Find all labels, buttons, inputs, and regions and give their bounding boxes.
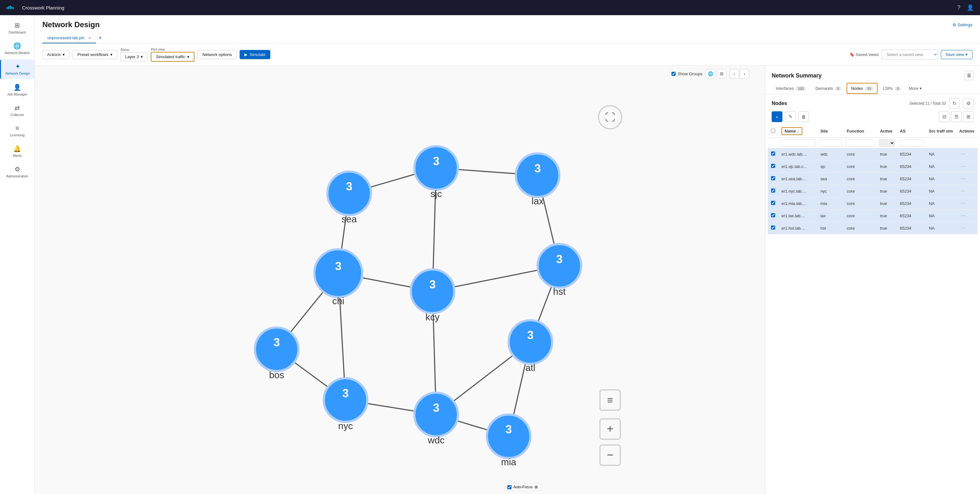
filter-active-select[interactable]: true false	[879, 139, 895, 147]
expand-icon[interactable]: ⊞	[535, 485, 538, 489]
layout-icon-button[interactable]: ⊞	[717, 69, 727, 78]
node-wdc[interactable]	[414, 393, 458, 437]
node-atl[interactable]	[509, 320, 552, 364]
node-nyc[interactable]	[324, 378, 368, 422]
nav-next-button[interactable]: ›	[740, 69, 749, 78]
select-all-checkbox[interactable]	[771, 129, 775, 133]
row-checkbox[interactable]	[771, 176, 775, 180]
more-button[interactable]: More ▾	[906, 83, 924, 93]
row-src-traff-sim: NA	[926, 198, 956, 210]
svg-text:nyc: nyc	[338, 421, 353, 431]
main-layout: ⊞ Dashboard 🌐 Network Models ✦ Network D…	[0, 15, 980, 494]
col-site[interactable]: Site	[817, 124, 843, 138]
row-function: core	[844, 222, 877, 234]
tab-unprocessed-lab[interactable]: unprocessed-lab.pln ✕	[42, 33, 96, 43]
col-active[interactable]: Active	[877, 124, 897, 138]
grid-view-button[interactable]: ⊞	[963, 112, 974, 122]
row-checkbox[interactable]	[771, 164, 775, 168]
sidebar-item-administration[interactable]: ⚙ Administration	[0, 162, 35, 182]
col-as[interactable]: AS	[897, 124, 926, 138]
add-node-button[interactable]: +	[772, 112, 783, 122]
auto-focus-checkbox[interactable]	[508, 485, 512, 489]
filter-function-input[interactable]	[846, 139, 875, 147]
job-manager-icon: 👤	[13, 83, 21, 91]
simulated-traffic-button[interactable]: Simulated traffic ▾	[151, 52, 194, 62]
save-view-button[interactable]: Save view ▾	[941, 50, 972, 59]
row-checkbox[interactable]	[771, 201, 775, 205]
row-checkbox[interactable]	[771, 188, 775, 193]
show-groups-checkbox-area[interactable]: Show Groups	[671, 72, 702, 76]
user-icon[interactable]: 👤	[967, 4, 974, 11]
actions-button[interactable]: Actions ▾	[42, 50, 70, 59]
col-function[interactable]: Function	[844, 124, 877, 138]
row-site: wdc	[817, 148, 843, 160]
simulate-button[interactable]: ▶ Simulate	[240, 50, 270, 59]
row-actions-button[interactable]: ···	[959, 188, 967, 194]
sidebar-item-network-design[interactable]: ✦ Network Design	[0, 59, 35, 79]
sidebar-item-collector[interactable]: ⇄ Collector	[0, 101, 35, 120]
tab-close-icon[interactable]: ✕	[88, 36, 91, 40]
panel-expand-button[interactable]: ☰	[964, 71, 974, 80]
edit-node-button[interactable]: ✎	[785, 112, 796, 122]
summary-tab-demands[interactable]: Demands 0	[811, 83, 845, 94]
sidebar-item-alerts[interactable]: 🔔 Alerts	[0, 142, 35, 161]
sidebar-item-network-models[interactable]: 🌐 Network Models	[0, 39, 35, 58]
col-src-traff-sim[interactable]: Src traff sim	[926, 124, 956, 138]
summary-tab-nodes[interactable]: Nodes 33	[846, 83, 878, 94]
network-options-button[interactable]: Network options	[197, 50, 237, 59]
sidebar-item-job-manager[interactable]: 👤 Job Manager	[0, 80, 35, 100]
sidebar-item-licensing[interactable]: ≡ Licensing	[0, 121, 35, 140]
saved-views-select[interactable]: Select a saved view	[881, 49, 938, 59]
settings-columns-button[interactable]: ⚙	[963, 98, 974, 109]
filter-site-input[interactable]	[819, 139, 842, 147]
list-view-button[interactable]: ☰	[951, 112, 962, 122]
map-list-icon[interactable]: ≡	[600, 390, 620, 410]
row-checkbox[interactable]	[771, 213, 775, 217]
filter-icon-button[interactable]: ⊟	[939, 112, 950, 122]
row-actions-button[interactable]: ···	[959, 163, 967, 170]
col-name[interactable]: Name ↓	[778, 124, 817, 138]
table-header-row: Name ↓ Site Function Active AS Src traff…	[768, 124, 977, 138]
refresh-button[interactable]: ↻	[949, 98, 960, 109]
node-mia[interactable]	[487, 414, 530, 458]
filter-as-input[interactable]	[899, 139, 924, 147]
svg-text:sea: sea	[341, 214, 356, 224]
delete-node-button[interactable]: 🗑	[798, 112, 809, 122]
preset-workflows-button[interactable]: Preset workflows ▾	[73, 50, 117, 59]
hierarchy-icon[interactable]: ⛶	[598, 106, 622, 129]
filter-as-cell	[897, 138, 926, 148]
tab-add-button[interactable]: +	[96, 35, 105, 41]
node-lax[interactable]	[516, 153, 560, 197]
zoom-out-icon[interactable]: −	[600, 445, 620, 465]
globe-icon-button[interactable]: 🌐	[706, 69, 715, 78]
show-groups-checkbox[interactable]	[671, 72, 676, 76]
row-actions-button[interactable]: ···	[959, 175, 967, 182]
row-actions-button[interactable]: ···	[959, 151, 967, 158]
node-sea[interactable]	[328, 172, 371, 215]
row-function: core	[844, 185, 877, 198]
row-actions-button[interactable]: ···	[959, 225, 967, 231]
row-checkbox[interactable]	[771, 151, 775, 156]
row-actions-button[interactable]: ···	[959, 200, 967, 207]
row-actions-button[interactable]: ···	[959, 212, 967, 219]
layer3-button[interactable]: Layer 3 ▾	[121, 52, 148, 61]
auto-focus-label: Auto-Focus	[513, 485, 533, 489]
zoom-in-icon[interactable]: +	[600, 419, 620, 439]
summary-tab-lsps[interactable]: LSPs 0	[879, 83, 905, 94]
help-icon[interactable]: ?	[957, 5, 960, 11]
node-sjc[interactable]	[414, 146, 458, 190]
filter-name-input[interactable]	[780, 139, 815, 147]
settings-link[interactable]: ⚙ Settings	[953, 22, 972, 27]
summary-tab-interfaces[interactable]: Interfaces 100	[772, 83, 810, 94]
node-kcy[interactable]	[410, 269, 454, 313]
node-chi[interactable]	[314, 249, 362, 297]
nodes-tab-label: Nodes	[851, 86, 863, 91]
nav-prev-button[interactable]: ‹	[730, 69, 739, 78]
filter-checkbox-cell	[768, 138, 778, 148]
save-view-chevron-icon: ▾	[966, 52, 968, 57]
sidebar-item-dashboard[interactable]: ⊞ Dashboard	[0, 18, 35, 38]
node-hst[interactable]	[538, 244, 581, 288]
row-checkbox[interactable]	[771, 225, 775, 229]
sidebar-item-label: Job Manager	[7, 92, 27, 96]
node-bos[interactable]	[255, 328, 298, 371]
